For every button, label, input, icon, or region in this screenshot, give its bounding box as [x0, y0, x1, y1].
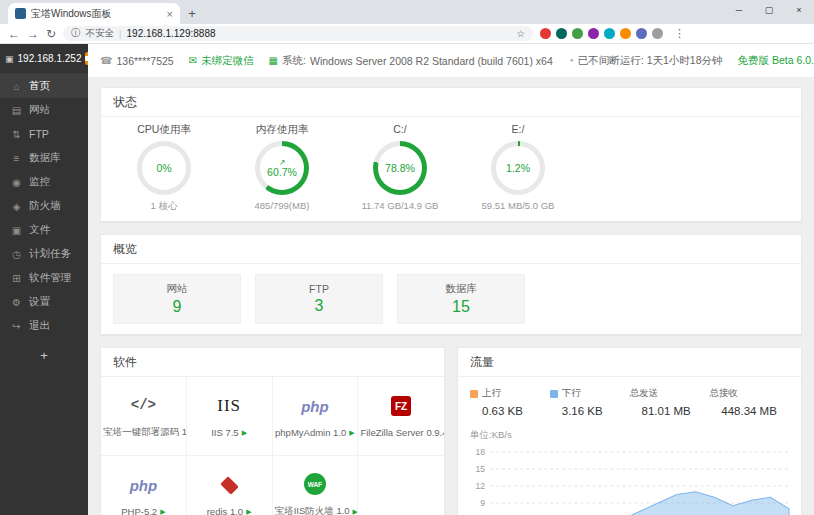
account-phone[interactable]: ☎ 136****7525	[100, 55, 174, 67]
refresh-icon[interactable]: ↻	[46, 28, 56, 40]
php-icon: php	[130, 477, 158, 494]
sidebar-item-firewall[interactable]: ◈ 防火墙	[0, 194, 88, 218]
back-icon[interactable]: ←	[8, 28, 20, 40]
tab-close-icon[interactable]: ×	[167, 8, 173, 20]
server-icon: ▣	[5, 54, 14, 64]
sidebar-item-site[interactable]: ▤ 网站	[0, 98, 88, 122]
software-item-waf[interactable]: WAF 宝塔IIS防火墙 1.0▶	[273, 456, 359, 515]
iis-icon: IIS	[217, 396, 241, 416]
version-label: 免费版 Beta 6.0.0	[738, 54, 814, 68]
gauge-cpu: CPU使用率 0% 1 核心	[105, 123, 223, 213]
monitor-icon: ◉	[11, 177, 22, 188]
software-panel: 软件 </> 宝塔一键部署源码 1.0▶ IIS IIS 7.5▶ php ph	[100, 347, 445, 515]
address-bar[interactable]: ⓘ 不安全 | 192.168.1.129:8888 ☆	[63, 26, 533, 41]
down-legend-icon	[550, 390, 558, 398]
sidebar-item-files[interactable]: ▣ 文件	[0, 218, 88, 242]
gauge-label: 内存使用率	[223, 123, 341, 136]
sidebar-nav: ⌂ 首页 ▤ 网站 ⇅ FTP ≡ 数据库 ◉ 监控 ◈ 防火墙	[0, 74, 88, 338]
gauge-sub: 59.51 MB/5.0 GB	[459, 200, 577, 211]
software-item-iis[interactable]: IIS IIS 7.5▶	[187, 377, 273, 456]
browser-tab[interactable]: 宝塔Windows面板 ×	[8, 3, 180, 24]
server-ip: 192.168.1.252	[18, 53, 82, 64]
gauge-memory: 内存使用率 ↗ 60.7% 485/799(MB)	[223, 123, 341, 213]
sidebar-item-home[interactable]: ⌂ 首页	[0, 74, 88, 98]
traffic-stat-received: 总接收 448.34 MB	[709, 387, 789, 417]
overview-box-database[interactable]: 数据库 15	[397, 274, 525, 324]
ftp-icon: ⇅	[11, 129, 22, 140]
extension-icon[interactable]	[620, 28, 631, 39]
stat-label: 总接收	[709, 387, 738, 400]
sidebar-add-button[interactable]: +	[0, 348, 88, 363]
extension-icons	[540, 28, 663, 39]
sidebar-item-software[interactable]: ⊞ 软件管理	[0, 266, 88, 290]
sidebar-item-label: 网站	[29, 103, 50, 117]
software-item-php52[interactable]: php PHP-5.2▶	[101, 456, 187, 515]
sidebar-item-monitor[interactable]: ◉ 监控	[0, 170, 88, 194]
overview-box-ftp[interactable]: FTP 3	[255, 274, 383, 324]
logout-icon: ↪	[11, 321, 22, 332]
sidebar-item-logout[interactable]: ↪ 退出	[0, 314, 88, 338]
free-memory-icon[interactable]: ↗	[279, 159, 286, 166]
software-name: 宝塔IIS防火墙 1.0	[275, 505, 350, 515]
stat-value: 3.16 KB	[562, 405, 630, 417]
gauge-ring: 0%	[137, 141, 191, 195]
clock-icon: ◔	[568, 55, 574, 66]
extension-icon[interactable]	[588, 28, 599, 39]
system-info: ▦ 系统: Windows Server 2008 R2 Standard (b…	[269, 54, 553, 68]
software-item-filezilla[interactable]: FZ FileZilla Server 0.9.41▶	[358, 377, 444, 456]
traffic-stat-up: 上行 0.63 KB	[470, 387, 550, 417]
phone-number: 136****7525	[116, 55, 173, 67]
software-name: phpMyAdmin 1.0	[275, 427, 346, 438]
close-button[interactable]: ×	[784, 0, 814, 20]
forward-icon[interactable]: →	[27, 28, 39, 40]
topbar: ☎ 136****7525 ✉ 未绑定微信 ▦ 系统: Windows Serv…	[88, 44, 814, 77]
svg-text:15: 15	[476, 464, 486, 474]
wechat-label: 未绑定微信	[201, 54, 254, 68]
wechat-bind-link[interactable]: ✉ 未绑定微信	[189, 54, 254, 68]
stat-value: 0.63 KB	[482, 405, 550, 417]
overview-title: 概览	[101, 235, 801, 264]
sidebar-item-database[interactable]: ≡ 数据库	[0, 146, 88, 170]
extension-icon[interactable]	[572, 28, 583, 39]
gauge-disk-e: E:/ 1.2% 59.51 MB/5.0 GB	[459, 123, 577, 213]
software-item-phpmyadmin[interactable]: php phpMyAdmin 1.0▶	[273, 377, 359, 456]
stat-value: 448.34 MB	[721, 405, 789, 417]
gauge-label: C:/	[341, 123, 459, 136]
sidebar-item-label: 首页	[29, 79, 50, 93]
gauge-sub: 11.74 GB/14.9 GB	[341, 200, 459, 211]
browser-toolbar: ← → ↻ ⓘ 不安全 | 192.168.1.129:8888 ☆ ⋮	[0, 24, 814, 44]
sidebar-item-ftp[interactable]: ⇅ FTP	[0, 122, 88, 146]
extension-icon[interactable]	[604, 28, 615, 39]
running-icon: ▶	[353, 508, 358, 515]
svg-text:18: 18	[476, 447, 486, 457]
extension-icon[interactable]	[540, 28, 551, 39]
new-tab-button[interactable]: +	[180, 6, 204, 24]
sidebar-item-label: 软件管理	[29, 271, 71, 285]
php-icon: php	[301, 398, 329, 415]
sidebar-item-cron[interactable]: ◷ 计划任务	[0, 242, 88, 266]
extension-icon[interactable]	[556, 28, 567, 39]
site-icon: ▤	[11, 105, 22, 116]
profile-icon[interactable]	[652, 28, 663, 39]
maximize-button[interactable]: ▢	[754, 0, 784, 20]
traffic-panel: 流量 上行 0.63 KB 下行 3.16 KB 总发送 81.01 MB	[457, 347, 802, 515]
gauge-label: CPU使用率	[105, 123, 223, 136]
security-label: 不安全	[86, 27, 115, 40]
running-icon: ▶	[246, 508, 251, 515]
svg-text:9: 9	[480, 498, 485, 508]
browser-menu-icon[interactable]: ⋮	[670, 27, 689, 40]
software-item-deploy[interactable]: </> 宝塔一键部署源码 1.0▶	[101, 377, 187, 456]
extension-icon[interactable]	[636, 28, 647, 39]
chart-unit-label: 单位:KB/s	[458, 419, 801, 444]
sidebar-item-settings[interactable]: ⚙ 设置	[0, 290, 88, 314]
minimize-button[interactable]: ─	[724, 0, 754, 20]
home-icon: ⌂	[11, 81, 22, 92]
gauge-sub: 485/799(MB)	[223, 200, 341, 211]
overview-box-sites[interactable]: 网站 9	[113, 274, 241, 324]
server-header[interactable]: ▣ 192.168.1.252	[0, 44, 88, 74]
stat-label: 下行	[562, 387, 581, 400]
bookmark-star-icon[interactable]: ☆	[517, 28, 526, 39]
info-icon[interactable]: ⓘ	[71, 27, 81, 40]
software-item-redis[interactable]: redis 1.0▶	[187, 456, 273, 515]
stat-label: 总发送	[630, 387, 659, 400]
